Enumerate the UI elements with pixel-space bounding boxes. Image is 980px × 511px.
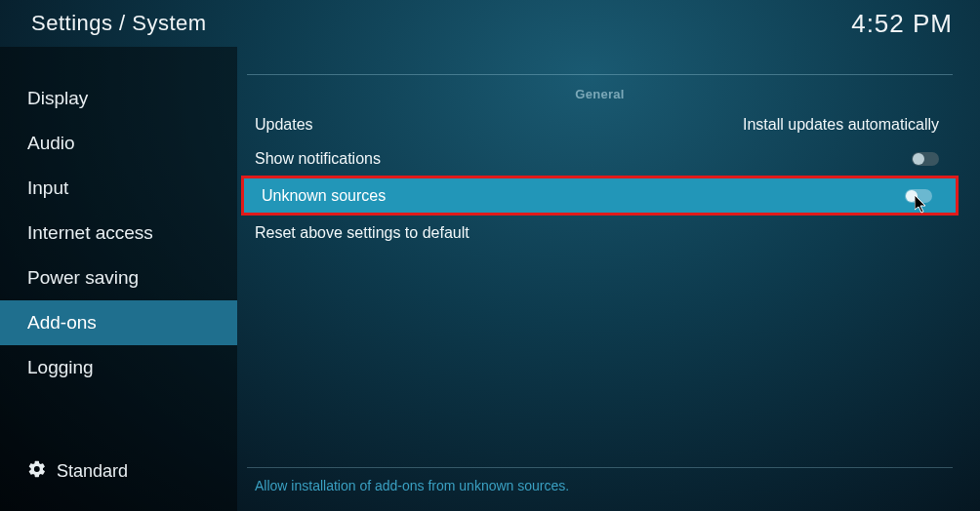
sidebar-item-logging[interactable]: Logging — [0, 345, 237, 390]
sidebar-item-display[interactable]: Display — [0, 76, 237, 121]
row-show-notifications[interactable]: Show notifications — [237, 141, 962, 176]
row-label: Updates — [255, 116, 313, 134]
row-unknown-sources[interactable]: Unknown sources — [244, 178, 956, 213]
row-label: Show notifications — [255, 150, 381, 168]
row-label: Reset above settings to default — [255, 224, 470, 242]
sidebar-item-label: Add-ons — [27, 312, 97, 333]
toggle-off-icon[interactable] — [905, 189, 932, 203]
row-value: Install updates automatically — [743, 116, 939, 134]
row-label: Unknown sources — [262, 187, 386, 205]
sidebar-item-internet-access[interactable]: Internet access — [0, 211, 237, 256]
section-header-general: General — [237, 87, 962, 101]
toggle-off-icon[interactable] — [912, 152, 939, 166]
sidebar-item-label: Internet access — [27, 222, 153, 243]
sidebar-item-label: Display — [27, 88, 88, 108]
clock: 4:52 PM — [851, 9, 953, 39]
row-updates[interactable]: Updates Install updates automatically — [237, 107, 962, 141]
sidebar-item-label: Power saving — [27, 267, 139, 288]
sidebar-item-label: Input — [27, 177, 68, 198]
gear-icon — [27, 459, 47, 484]
sidebar-item-audio[interactable]: Audio — [0, 121, 237, 166]
sidebar-item-add-ons[interactable]: Add-ons — [0, 300, 237, 345]
sidebar-item-label: Logging — [27, 357, 94, 377]
highlight-annotation: Unknown sources — [241, 176, 959, 216]
divider — [247, 74, 953, 75]
sidebar: Display Audio Input Internet access Powe… — [0, 47, 237, 511]
row-reset-defaults[interactable]: Reset above settings to default — [237, 216, 962, 250]
settings-level-label: Standard — [57, 461, 128, 482]
header: Settings / System 4:52 PM — [0, 0, 980, 47]
main-panel: General Updates Install updates automati… — [237, 47, 962, 511]
sidebar-item-power-saving[interactable]: Power saving — [0, 256, 237, 300]
sidebar-item-label: Audio — [27, 133, 75, 153]
divider — [247, 467, 953, 468]
breadcrumb: Settings / System — [31, 11, 207, 36]
footer: Allow installation of add-ons from unkno… — [247, 467, 953, 493]
settings-level-button[interactable]: Standard — [0, 459, 237, 511]
footer-hint: Allow installation of add-ons from unkno… — [247, 478, 953, 493]
sidebar-item-input[interactable]: Input — [0, 166, 237, 211]
